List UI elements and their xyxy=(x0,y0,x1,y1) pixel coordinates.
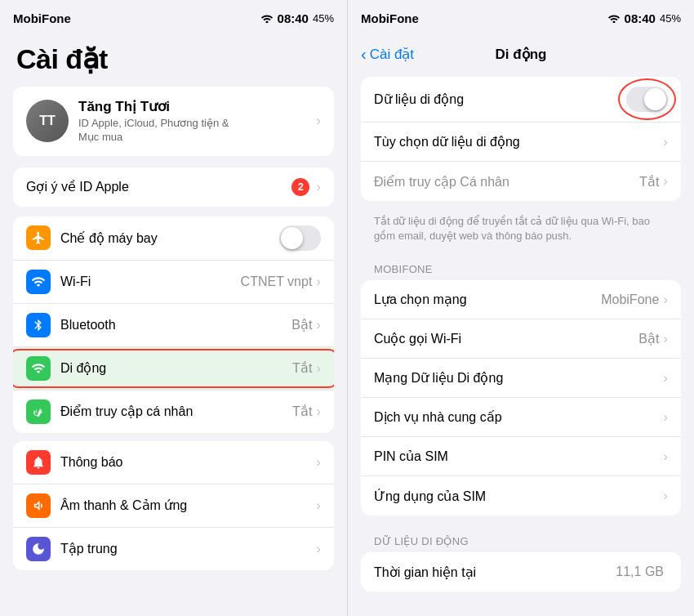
data-note: Tắt dữ liệu di động để truyền tắt cả dữ … xyxy=(361,209,681,252)
du-lieu-section-header: DỮ LIỆU DI ĐỘNG xyxy=(361,524,681,552)
tuy-chon-row[interactable]: Tùy chọn dữ liệu di động › xyxy=(361,123,681,162)
suggestion-label: Gợi ý về ID Apple xyxy=(26,179,291,194)
di-dong-icon-box xyxy=(26,356,51,381)
di-dong-label: Di động xyxy=(60,360,292,376)
right-panel: MobiFone 08:40 45% ‹ Cài đặt Di động Dữ … xyxy=(347,0,694,616)
pin-sim-label: PIN của SIM xyxy=(374,449,663,464)
hotspot-value: Tắt xyxy=(292,404,312,419)
profile-card[interactable]: TT Tăng Thị Tươi ID Apple, iCloud, Phươn… xyxy=(13,87,334,156)
left-page-title-section: Cài đặt xyxy=(0,36,347,80)
airplane-row[interactable]: Chế độ máy bay xyxy=(13,216,334,261)
bluetooth-label: Bluetooth xyxy=(60,318,291,333)
du-lieu-group: Thời gian hiện tại 11,1 GB xyxy=(361,552,681,591)
moon-icon xyxy=(31,542,46,556)
notifications-label: Thông báo xyxy=(60,455,316,470)
focus-chevron: › xyxy=(316,541,321,557)
wifi-status-icon xyxy=(260,13,274,23)
nav-back-button[interactable]: ‹ Cài đặt xyxy=(361,45,414,64)
lua-chon-mang-row[interactable]: Lựa chọn mạng MobiFone › xyxy=(361,280,681,319)
di-dong-value: Tắt xyxy=(292,360,312,376)
hotspot-label: Điểm truy cập cá nhân xyxy=(60,404,292,419)
tuy-chon-label: Tùy chọn dữ liệu di động xyxy=(374,134,663,150)
left-panel: MobiFone 08:40 45% Cài đặt TT Tăng Thị T… xyxy=(0,0,347,616)
airplane-toggle-knob xyxy=(281,227,303,249)
mang-du-lieu-chevron: › xyxy=(663,370,668,386)
bluetooth-chevron: › xyxy=(316,317,321,333)
hotspot-icon xyxy=(31,404,46,419)
dich-vu-row[interactable]: Dịch vụ nhà cung cấp › xyxy=(361,398,681,437)
back-chevron: ‹ xyxy=(361,45,367,64)
ung-dung-sim-chevron: › xyxy=(663,488,668,504)
sound-icon-box xyxy=(26,493,51,518)
thoi-gian-row[interactable]: Thời gian hiện tại 11,1 GB xyxy=(361,552,681,591)
wifi-label: Wi-Fi xyxy=(60,275,241,289)
ung-dung-sim-label: Ứng dụng của SIM xyxy=(374,489,663,504)
bluetooth-row[interactable]: Bluetooth Bật › xyxy=(13,304,334,347)
page-title: Cài đặt xyxy=(16,42,331,75)
sound-icon xyxy=(31,498,46,513)
cuoc-goi-wifi-chevron: › xyxy=(663,331,668,347)
bell-icon xyxy=(31,455,46,470)
airplane-toggle[interactable] xyxy=(279,225,321,251)
pin-sim-row[interactable]: PIN của SIM › xyxy=(361,437,681,476)
wifi-icon xyxy=(31,275,46,289)
tuy-chon-chevron: › xyxy=(663,134,668,150)
profile-subtitle: ID Apple, iCloud, Phương tiện &Mục mua xyxy=(78,117,306,145)
sound-label: Âm thanh & Cảm ứng xyxy=(60,498,316,513)
cuoc-goi-wifi-value: Bật xyxy=(638,331,659,346)
di-dong-chevron: › xyxy=(316,360,321,377)
diem-truy-cap-label: Điểm truy cập Cá nhân xyxy=(374,174,639,190)
avatar: TT xyxy=(26,100,69,142)
du-lieu-toggle[interactable] xyxy=(626,87,668,112)
airplane-icon-box xyxy=(26,225,51,250)
settings-group-2: Thông báo › Âm thanh & Cảm ứng › Tập tru… xyxy=(13,441,334,570)
right-carrier: MobiFone xyxy=(361,11,419,25)
right-time: 08:40 xyxy=(625,11,656,25)
mobifone-group: Lựa chọn mạng MobiFone › Cuộc gọi Wi-Fi … xyxy=(361,280,681,516)
diem-truy-cap-chevron: › xyxy=(663,173,668,190)
hotspot-icon-box xyxy=(26,400,51,424)
right-status-right: 08:40 45% xyxy=(607,11,681,25)
hotspot-chevron: › xyxy=(316,404,321,420)
lua-chon-mang-value: MobiFone xyxy=(601,292,659,307)
du-lieu-di-dong-row[interactable]: Dữ liệu di động xyxy=(361,77,681,123)
notifications-icon-box xyxy=(26,450,51,475)
du-lieu-toggle-knob xyxy=(644,88,666,110)
wifi-row[interactable]: Wi-Fi CTNET vnpt › xyxy=(13,261,334,304)
left-time: 08:40 xyxy=(278,11,309,25)
wifi-chevron: › xyxy=(316,274,321,290)
bluetooth-icon xyxy=(32,318,45,333)
diem-truy-cap-row[interactable]: Điểm truy cập Cá nhân Tắt › xyxy=(361,162,681,201)
focus-label: Tập trung xyxy=(60,541,316,556)
bluetooth-value: Bật xyxy=(291,317,312,333)
thoi-gian-label: Thời gian hiện tại xyxy=(374,565,616,580)
lua-chon-mang-label: Lựa chọn mạng xyxy=(374,292,601,307)
suggestion-badge: 2 xyxy=(291,178,309,196)
signal-icon xyxy=(31,361,46,376)
right-wifi-status-icon xyxy=(607,13,621,23)
thoi-gian-value: 11,1 GB xyxy=(616,565,664,579)
diem-truy-cap-value: Tắt xyxy=(639,174,659,190)
focus-row[interactable]: Tập trung › xyxy=(13,528,334,570)
du-lieu-label: Dữ liệu di động xyxy=(374,92,626,107)
sound-chevron: › xyxy=(316,498,321,514)
pin-sim-chevron: › xyxy=(663,449,668,465)
bluetooth-icon-box xyxy=(26,313,51,337)
ung-dung-sim-row[interactable]: Ứng dụng của SIM › xyxy=(361,476,681,516)
hotspot-row[interactable]: Điểm truy cập cá nhân Tắt › xyxy=(13,391,334,433)
nav-title: Di động xyxy=(496,46,547,63)
back-label: Cài đặt xyxy=(370,46,414,63)
cuoc-goi-wifi-label: Cuộc gọi Wi-Fi xyxy=(374,331,638,346)
apple-id-suggestion[interactable]: Gợi ý về ID Apple 2 › xyxy=(13,167,334,207)
lua-chon-mang-chevron: › xyxy=(663,292,668,308)
dich-vu-label: Dịch vụ nhà cung cấp xyxy=(374,409,663,425)
notifications-row[interactable]: Thông báo › xyxy=(13,441,334,484)
airplane-label: Chế độ máy bay xyxy=(60,230,279,246)
cuoc-goi-wifi-row[interactable]: Cuộc gọi Wi-Fi Bật › xyxy=(361,319,681,359)
di-dong-row[interactable]: Di động Tắt › xyxy=(13,347,334,391)
left-battery: 45% xyxy=(313,12,334,25)
left-status-bar: MobiFone 08:40 45% xyxy=(0,0,347,36)
sound-row[interactable]: Âm thanh & Cảm ứng › xyxy=(13,484,334,528)
mang-du-lieu-row[interactable]: Mạng Dữ liệu Di động › xyxy=(361,359,681,398)
mobifone-section-header: MOBIFONE xyxy=(361,252,681,280)
